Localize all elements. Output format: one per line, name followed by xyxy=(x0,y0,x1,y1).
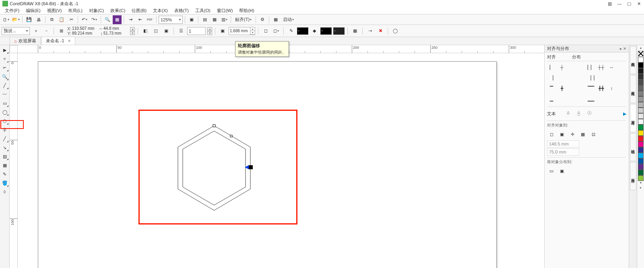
dist-center-h-button[interactable]: ┼┼ xyxy=(597,63,606,72)
distribute-to-selection-button[interactable]: ▭ xyxy=(547,166,556,175)
tab-welcome[interactable]: ⌂欢迎屏幕 xyxy=(10,37,41,45)
snap-button[interactable]: 贴齐(T) xyxy=(233,15,254,24)
import-button[interactable]: ⇥ xyxy=(126,15,135,24)
color-swatch[interactable] xyxy=(638,130,644,136)
color-swatch[interactable] xyxy=(638,62,644,68)
size-spinner[interactable]: ▴▾ xyxy=(130,27,135,35)
outline-tool[interactable]: ◊ xyxy=(1,188,9,196)
align-to-grid-button[interactable]: ▦ xyxy=(578,130,587,139)
docker-tab[interactable]: 对象属性 xyxy=(630,75,636,103)
docker-tab[interactable]: 插入字符 xyxy=(630,162,636,190)
color-swatch[interactable] xyxy=(638,141,644,147)
ellipse-tool[interactable]: ◯ xyxy=(1,108,9,116)
ruler-vertical[interactable]: 050100 xyxy=(10,53,18,268)
fill-tool[interactable]: 🪣 xyxy=(1,179,9,187)
launch-icon[interactable]: ▦ xyxy=(271,15,280,24)
dist-center-v-button[interactable]: ╋╋ xyxy=(597,84,606,93)
dist-left-button[interactable]: ▏▏ xyxy=(586,63,595,72)
align-to-page-edge-button[interactable]: ▣ xyxy=(557,130,566,139)
drawing-canvas[interactable] xyxy=(18,53,544,268)
menu-item[interactable]: 对象(C) xyxy=(86,8,107,14)
menu-item[interactable]: 布局(L) xyxy=(65,8,85,14)
hexagon-object[interactable] xyxy=(174,124,254,212)
shape-tool[interactable]: ✧ xyxy=(1,55,9,63)
align-to-active-button[interactable]: ◻ xyxy=(547,130,556,139)
color-swatch[interactable] xyxy=(638,96,644,102)
launch-button[interactable]: 启动 xyxy=(281,15,296,24)
color-swatch[interactable] xyxy=(638,113,644,119)
docker-close-button[interactable]: ▸ ✕ xyxy=(620,46,626,51)
color-swatch[interactable] xyxy=(638,57,644,62)
menu-item[interactable]: 视图(V) xyxy=(44,8,65,14)
clear-contour-button[interactable]: ✖ xyxy=(376,27,385,35)
fill-color-swatch[interactable] xyxy=(320,27,332,35)
undo-button[interactable]: ↶ xyxy=(80,15,89,24)
image-button[interactable]: ▦ xyxy=(113,15,122,24)
no-color-swatch[interactable] xyxy=(638,51,644,56)
tab-doc1[interactable]: 未命名 -1✕ xyxy=(41,37,75,45)
color-swatch[interactable] xyxy=(638,153,644,158)
palette-up-button[interactable]: ▴ xyxy=(638,46,644,51)
crop-tool[interactable]: ✃ xyxy=(1,64,9,72)
menu-item[interactable]: 效果(C) xyxy=(107,8,128,14)
close-button[interactable]: ✕ xyxy=(636,1,642,6)
dist-top-button[interactable]: ▔▔ xyxy=(586,84,595,93)
zoom-tool[interactable]: 🔍 xyxy=(1,73,9,81)
contour-to-center-button[interactable]: ◧ xyxy=(141,27,150,35)
text-apply-button[interactable]: ▶ xyxy=(623,111,626,116)
steps-spinner[interactable]: ▴▾ xyxy=(207,27,212,35)
color-swatch[interactable] xyxy=(638,164,644,170)
color-swatch[interactable] xyxy=(638,68,644,74)
menu-item[interactable]: 工具(O) xyxy=(192,8,214,14)
freehand-tool[interactable]: ╱ xyxy=(1,81,9,89)
ruler-button[interactable]: ▤ xyxy=(200,15,209,24)
preset-select[interactable]: 预设... xyxy=(2,27,30,35)
quick-customize-icon[interactable]: ▥ xyxy=(607,1,613,6)
palette-down-button[interactable]: ▾ xyxy=(638,181,644,186)
color-swatch[interactable] xyxy=(638,79,644,85)
dist-space-v-button[interactable]: ↕ xyxy=(607,84,616,93)
color-swatch[interactable] xyxy=(638,119,644,125)
align-center-h-button[interactable]: ┼ xyxy=(557,63,566,72)
color-swatch[interactable] xyxy=(638,108,644,113)
drop-shadow-tool[interactable]: ▨ xyxy=(1,152,9,160)
copy-contour-button[interactable]: ⇢ xyxy=(365,27,374,35)
new-button[interactable]: 🗋 xyxy=(2,15,10,24)
search-button[interactable]: 🔍 xyxy=(103,15,112,24)
guides-button[interactable]: ▥ xyxy=(220,15,229,24)
dist-bottom-button[interactable]: ▁▁ xyxy=(586,94,595,103)
color-swatch[interactable] xyxy=(638,147,644,153)
grid-button[interactable]: ▦ xyxy=(210,15,219,24)
menu-item[interactable]: 窗口(W) xyxy=(214,8,236,14)
artistic-tool[interactable]: 〰 xyxy=(1,90,9,98)
align-to-point-button[interactable]: ⊡ xyxy=(589,130,598,139)
corner-type-button[interactable]: ◻ xyxy=(272,27,281,35)
align-left-button[interactable]: ▏ xyxy=(547,63,556,72)
export-button[interactable]: ⇤ xyxy=(136,15,144,24)
pick-tool[interactable]: ▶ xyxy=(1,46,9,54)
color-swatch[interactable] xyxy=(638,170,644,175)
print-button[interactable]: 🖶 xyxy=(34,15,43,24)
polygon-tool[interactable]: ⬠ xyxy=(1,117,9,125)
dist-space-h-button[interactable]: ↔ xyxy=(607,63,616,72)
transparency-tool[interactable]: ▦ xyxy=(1,161,9,169)
contour-inside-button[interactable]: ◫ xyxy=(151,27,160,35)
align-center-v-button[interactable]: ╋ xyxy=(557,84,566,93)
ruler-corner[interactable] xyxy=(10,45,18,53)
steps-input[interactable]: 1 xyxy=(187,27,206,35)
align-to-page-center-button[interactable]: ✛ xyxy=(568,130,577,139)
maximize-button[interactable]: ▢ xyxy=(626,1,632,6)
color-swatch[interactable] xyxy=(638,136,644,141)
extra-button[interactable]: ◯ xyxy=(391,27,400,35)
rectangle-tool[interactable]: ▭ xyxy=(1,99,9,107)
dist-right-button[interactable]: ▕▕ xyxy=(586,73,595,82)
open-button[interactable]: 📂 xyxy=(11,15,20,24)
connector-tool[interactable]: ↘ xyxy=(1,143,9,152)
copy-button[interactable]: ⧉ xyxy=(47,15,56,24)
menu-item[interactable]: 表格(T) xyxy=(171,8,192,14)
save-button[interactable]: 💾 xyxy=(25,15,33,24)
add-preset-button[interactable]: ＋ xyxy=(31,27,40,35)
minimize-button[interactable]: — xyxy=(617,1,622,6)
options-button[interactable]: ⚙ xyxy=(258,15,267,24)
pdf-button[interactable]: PDF xyxy=(145,15,154,24)
